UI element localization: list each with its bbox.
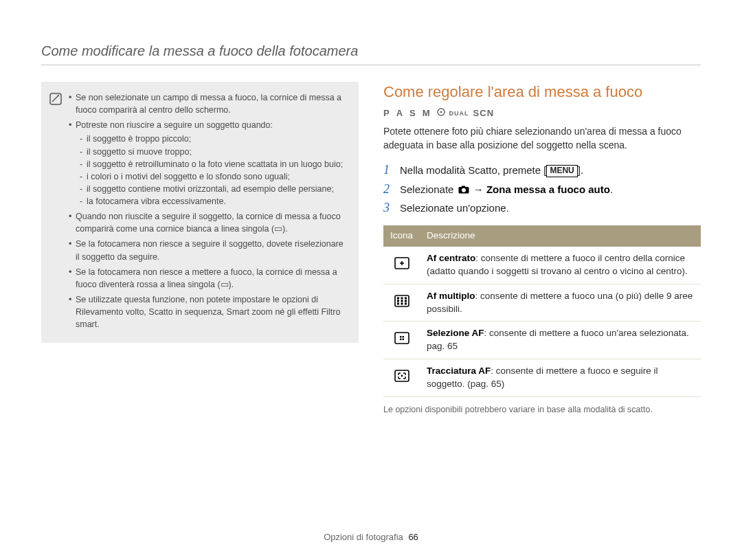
table-desc: Af multiplo: consente di mettere a fuoco… — [420, 284, 701, 322]
table-row: Af multiplo: consente di mettere a fuoco… — [383, 284, 701, 322]
svg-rect-17 — [401, 302, 403, 304]
af-multi-icon — [383, 284, 420, 322]
option-name: Tracciatura AF — [427, 366, 491, 376]
af-tracking-icon — [383, 359, 420, 397]
steps-list: 1 Nella modalità Scatto, premete [MENU].… — [383, 163, 701, 216]
svg-point-5 — [462, 188, 466, 192]
table-row: Tracciatura AF: consente di mettere a fu… — [383, 359, 701, 397]
step-pre: Nella modalità Scatto, premete [ — [400, 164, 546, 176]
af-selection-icon — [383, 322, 420, 359]
section-footnote: Le opzioni disponibili potrebbero variar… — [383, 404, 701, 416]
right-column: Come regolare l'area di messa a fuoco P … — [383, 82, 701, 519]
note-box: Se non selezionate un campo di messa a f… — [41, 82, 359, 343]
note-sub-bullet: i colori o i motivi del soggetto e lo sf… — [80, 170, 348, 183]
notepad-icon — [49, 93, 62, 105]
step-number: 2 — [383, 182, 393, 197]
mode-dual-icon — [437, 107, 445, 120]
svg-rect-12 — [405, 297, 407, 299]
step-text: Selezionate un'opzione. — [400, 201, 701, 215]
svg-point-2 — [440, 111, 442, 113]
table-row: Selezione AF: consente di mettere a fuoc… — [383, 322, 701, 359]
svg-point-24 — [401, 375, 403, 377]
table-desc: Af centrato: consente di mettere a fuoco… — [420, 247, 701, 284]
step-post: . — [610, 183, 613, 195]
svg-rect-10 — [397, 297, 399, 299]
note-sub-bullet: il soggetto è troppo piccolo; — [80, 133, 348, 145]
note-sub-bullet: il soggetto si muove troppo; — [80, 146, 348, 158]
footer-label: Opzioni di fotografia — [324, 532, 403, 542]
table-desc: Selezione AF: consente di mettere a fuoc… — [420, 322, 701, 359]
step-bold: Zona messa a fuoco auto — [486, 183, 610, 195]
arrow-text: → — [471, 183, 486, 195]
note-bullet: Potreste non riuscire a seguire un sogge… — [69, 119, 348, 208]
mode-scn: SCN — [473, 107, 494, 120]
note-bullet: Se la fotocamera non riesce a mettere a … — [69, 266, 348, 291]
camera-icon — [458, 183, 469, 191]
page-number: 66 — [408, 532, 418, 542]
note-sub-bullet: il soggetto è retroilluminato o la foto … — [80, 158, 348, 170]
mode-dual: DUAL — [449, 109, 469, 118]
note-bullet: Se non selezionate un campo di messa a f… — [69, 91, 348, 116]
table-row: Af centrato: consente di mettere a fuoco… — [383, 247, 701, 284]
svg-rect-13 — [397, 300, 399, 302]
step-text: Nella modalità Scatto, premete [MENU]. — [400, 163, 701, 177]
step-text: Selezionate → Zona messa a fuoco auto. — [400, 182, 701, 197]
page-footer: Opzioni di fotografia 66 — [41, 519, 701, 560]
step-item: 3 Selezionate un'opzione. — [383, 201, 701, 216]
table-head-icon: Icona — [383, 225, 420, 247]
table-head-desc: Descrizione — [420, 225, 701, 247]
mode-s: S — [409, 107, 418, 120]
step-item: 1 Nella modalità Scatto, premete [MENU]. — [383, 163, 701, 178]
af-center-icon — [383, 247, 420, 284]
manual-page: Come modificare la messa a fuoco della f… — [0, 0, 742, 560]
menu-badge: MENU — [546, 165, 577, 177]
step-item: 2 Selezionate → Zona messa a fuoco auto. — [383, 182, 701, 197]
section-intro: Potete ottenere foto più chiare selezion… — [383, 125, 701, 152]
step-number: 3 — [383, 201, 393, 216]
section-title: Come regolare l'area di messa a fuoco — [383, 82, 701, 103]
svg-rect-14 — [401, 300, 403, 302]
note-bullet: Se la fotocamera non riesce a seguire il… — [69, 238, 348, 262]
note-sub-list: il soggetto è troppo piccolo; il soggett… — [80, 133, 348, 208]
svg-rect-18 — [405, 302, 407, 304]
note-sub-bullet: il soggetto contiene motivi orizzontali,… — [80, 183, 348, 195]
svg-rect-4 — [462, 186, 465, 188]
svg-rect-15 — [405, 300, 407, 302]
table-desc: Tracciatura AF: consente di mettere a fu… — [420, 359, 701, 397]
note-sub-bullet: la fotocamera vibra eccessivamente. — [80, 195, 348, 208]
step-pre: Selezionate — [400, 183, 457, 195]
note-bullet: Se utilizzate questa funzione, non potet… — [69, 293, 348, 331]
option-name: Af multiplo — [427, 291, 475, 301]
two-column-layout: Se non selezionate un campo di messa a f… — [41, 82, 701, 519]
svg-rect-16 — [397, 302, 399, 304]
option-name: Selezione AF — [427, 328, 484, 338]
page-header: Come modificare la messa a fuoco della f… — [41, 41, 701, 65]
mode-indicator-row: P A S M DUAL SCN — [383, 107, 701, 120]
options-table: Icona Descrizione Af centrato: consente … — [383, 225, 701, 397]
step-number: 1 — [383, 163, 393, 178]
note-bullet: Quando non riuscite a seguire il soggett… — [69, 210, 348, 235]
mode-p: P — [383, 107, 392, 120]
mode-a: A — [396, 107, 405, 120]
svg-rect-11 — [401, 297, 403, 299]
option-name: Af centrato — [427, 253, 475, 263]
mode-m: M — [423, 107, 433, 120]
note-list: Se non selezionate un campo di messa a f… — [69, 91, 348, 333]
step-post: ]. — [578, 164, 583, 176]
note-bullet-text: Potreste non riuscire a seguire un sogge… — [76, 120, 273, 130]
left-column: Se non selezionate un campo di messa a f… — [41, 82, 359, 519]
